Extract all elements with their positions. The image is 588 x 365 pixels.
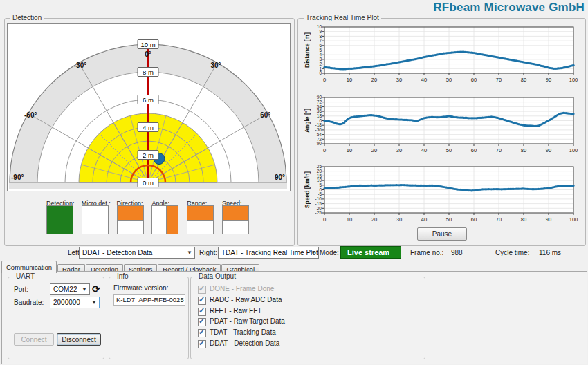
svg-text:0: 0 <box>323 77 326 83</box>
data-output-group: Data Output ✓DONE - Frame Done✓RADC - Ra… <box>190 277 425 359</box>
svg-text:90: 90 <box>546 216 551 223</box>
svg-text:10: 10 <box>347 216 352 223</box>
info-group: Info Firmware version: K-LD7_APP-RFB-002… <box>109 277 189 359</box>
frame-no-label: Frame no.: <box>410 249 443 256</box>
svg-text:80: 80 <box>521 147 526 153</box>
angle-label: -90° <box>11 174 24 181</box>
svg-text:30: 30 <box>396 216 402 223</box>
brand-title: RFbeam Microwave GmbH <box>433 1 585 15</box>
indicator-box <box>82 205 109 234</box>
left-select-value: DDAT - Detection Data <box>82 249 152 256</box>
svg-text:10: 10 <box>347 77 352 83</box>
svg-text:Speed [km/h]: Speed [km/h] <box>304 171 311 209</box>
range-label: 6 m <box>143 96 154 104</box>
indicator-micro-det: Micro det.: <box>82 200 116 240</box>
baudrate-select[interactable]: 2000000 ▼ <box>50 297 100 308</box>
svg-text:100: 100 <box>569 77 578 83</box>
svg-text:40: 40 <box>421 77 427 83</box>
angle-label: -60° <box>24 111 37 119</box>
range-label: 8 m <box>143 68 154 76</box>
range-label: 10 m <box>140 41 155 48</box>
angle-label: 90° <box>275 174 285 181</box>
range-label: 0 m <box>143 179 154 187</box>
svg-text:60: 60 <box>471 147 477 153</box>
firmware-version-label: Firmware version: <box>113 284 168 292</box>
detection-group-title: Detection <box>10 14 44 21</box>
port-select-value: COM22 <box>53 286 77 293</box>
svg-text:50: 50 <box>446 77 452 83</box>
checkbox-label: RFFT - Raw FFT <box>210 307 261 315</box>
port-label: Port: <box>14 286 28 293</box>
svg-text:20: 20 <box>371 147 377 153</box>
refresh-ports-icon[interactable]: ⟳ <box>92 284 100 294</box>
firmware-version-value: K-LD7_APP-RFB-0025 <box>113 294 185 306</box>
indicator-box <box>46 205 73 234</box>
checkbox-label: TDAT - Tracking Data <box>210 328 276 336</box>
svg-text:90: 90 <box>546 77 551 83</box>
checkbox-icon[interactable]: ✓ <box>198 286 206 294</box>
svg-text:60: 60 <box>471 216 477 223</box>
chevron-down-icon: ▼ <box>187 247 192 258</box>
svg-text:Angle [°]: Angle [°] <box>304 109 311 133</box>
port-select[interactable]: COM22 ▼ <box>50 283 90 295</box>
svg-text:40: 40 <box>421 216 427 223</box>
angle-label: -30° <box>74 62 86 69</box>
right-select[interactable]: TDAT - Tracking Real Time Plot ▼ <box>218 247 319 259</box>
indicator-box <box>151 205 178 234</box>
svg-text:40: 40 <box>421 147 427 153</box>
right-select-label: Right: <box>199 249 217 256</box>
checkbox-icon[interactable]: ✓ <box>198 297 206 305</box>
right-select-value: TDAT - Tracking Real Time Plot <box>221 249 318 256</box>
svg-text:60: 60 <box>471 77 477 83</box>
range-label: 2 m <box>143 151 154 159</box>
data-output-group-title: Data Output <box>196 272 238 280</box>
distance-plot: 1098765432100102030405060708090100Distan… <box>303 23 581 86</box>
check-icon: ✓ <box>199 317 205 326</box>
checkbox-icon[interactable]: ✓ <box>198 329 206 337</box>
checkbox-label: DONE - Frame Done <box>210 285 274 292</box>
checkbox-label: RADC - Raw ADC Data <box>210 296 282 303</box>
check-icon: ✓ <box>199 339 205 348</box>
uart-group: UART Port: COM22 ▼ ⟳ Baudrate: 2000000 ▼… <box>8 277 104 359</box>
check-icon: ✓ <box>199 295 205 304</box>
cycle-time-value: 116 ms <box>539 249 561 256</box>
angle-label: 0° <box>145 50 151 58</box>
svg-text:30: 30 <box>396 77 402 83</box>
frame-no-value: 988 <box>451 249 463 256</box>
chevron-down-icon: ▼ <box>82 284 87 294</box>
checkbox-icon[interactable]: ✓ <box>198 340 206 348</box>
radar-plot-area: -90°-60°-30°0°30°60°90°0 m2 m4 m6 m8 m10… <box>7 23 291 191</box>
checkbox-icon[interactable]: ✓ <box>198 318 206 326</box>
check-icon: ✓ <box>199 328 205 337</box>
indicator-box <box>117 205 144 234</box>
uart-group-title: UART <box>14 272 37 280</box>
svg-text:0: 0 <box>323 216 326 223</box>
svg-text:80: 80 <box>521 77 526 83</box>
angle-label: 30° <box>210 62 221 69</box>
left-select[interactable]: DDAT - Detection Data ▼ <box>79 247 195 259</box>
check-icon: ✓ <box>199 306 205 315</box>
svg-text:70: 70 <box>496 216 502 223</box>
indicator-angle: Angle: <box>151 200 186 240</box>
svg-text:-25: -25 <box>315 210 322 215</box>
svg-text:70: 70 <box>496 77 502 83</box>
tab-communication[interactable]: Communication <box>1 261 57 273</box>
chevron-down-icon: ▼ <box>311 247 316 258</box>
checkbox-label: PDAT - Raw Target Data <box>210 317 285 325</box>
svg-text:70: 70 <box>496 147 502 153</box>
checkbox-icon[interactable]: ✓ <box>198 308 206 316</box>
radar-svg: -90°-60°-30°0°30°60°90°0 m2 m4 m6 m8 m10… <box>8 24 288 189</box>
mode-label: Mode: <box>320 249 339 256</box>
pause-button[interactable]: Pause <box>417 227 467 241</box>
connect-button[interactable]: Connect <box>14 333 54 346</box>
tracking-group-title: Tracking Real Time Plot <box>304 14 381 21</box>
indicator-speed: Speed: <box>222 200 257 240</box>
indicator-range: Range: <box>187 200 221 240</box>
disconnect-button[interactable]: Disconnect <box>57 333 101 346</box>
cycle-time-label: Cycle time: <box>495 249 529 256</box>
svg-text:50: 50 <box>446 147 452 153</box>
speed-plot: 2520151050-5-10-15-20-250102030405060708… <box>303 162 581 226</box>
angle-label: 60° <box>260 111 270 119</box>
svg-text:30: 30 <box>396 147 402 153</box>
svg-text:-90: -90 <box>315 141 322 146</box>
